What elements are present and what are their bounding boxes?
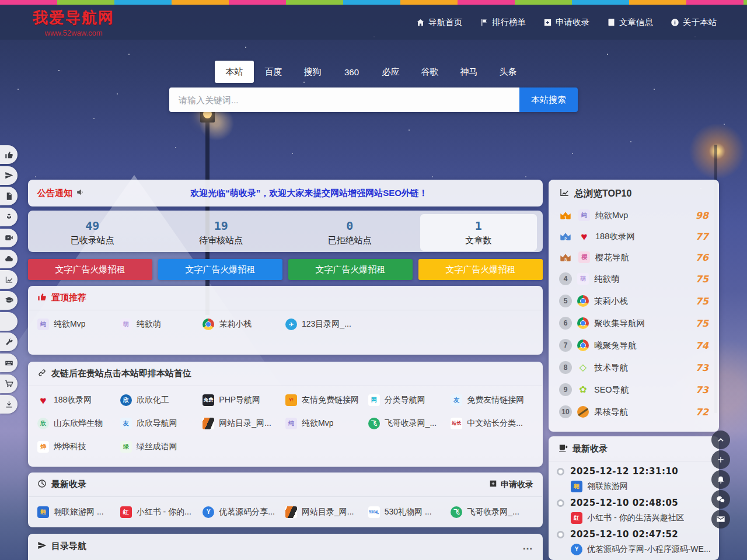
ad-banner-3[interactable]: 文字广告火爆招租 — [418, 259, 543, 280]
graduation-cap-icon — [5, 296, 13, 304]
site-link[interactable]: 茉莉小栈 — [203, 318, 285, 330]
float-button-plus-icon[interactable] — [711, 450, 730, 469]
search-tab-2[interactable]: 搜狗 — [293, 61, 332, 83]
dock-button-blank-icon[interactable] — [0, 312, 18, 331]
site-link[interactable]: 烨烨烨科技 — [37, 441, 120, 453]
timeline-bullet — [557, 531, 564, 538]
site-link[interactable]: 飞飞哥收录网_... — [368, 418, 451, 429]
ad-banner-1[interactable]: 文字广告火爆招租 — [158, 259, 282, 280]
site-link[interactable]: 友欣欣导航网 — [120, 418, 203, 429]
top10-row[interactable]: 8◇技术导航73 — [549, 356, 719, 379]
cloud-icon — [5, 254, 13, 263]
announcement-text[interactable]: 欢迎光临“萌收录”，欢迎大家来提交网站增强网站SEO外链！ — [85, 188, 533, 199]
directory-nav-panel: 目录导航 … — [28, 534, 543, 560]
top10-row[interactable]: 7曦聚兔导航74 — [549, 334, 719, 356]
site-link[interactable]: 友免费友情链接网 — [451, 394, 533, 406]
search-input[interactable] — [169, 88, 519, 112]
clock-icon — [37, 479, 47, 490]
site-link[interactable]: ♥188收录网 — [37, 394, 120, 406]
site-link[interactable]: 530礼530礼物网 ... — [368, 506, 451, 518]
site-link[interactable]: 纯纯欲Mvp — [285, 418, 368, 429]
chrome-favicon — [577, 295, 589, 307]
top10-site-name: 果核导航 — [594, 407, 690, 418]
site-link[interactable]: 网站目录_网... — [285, 506, 368, 518]
top10-row[interactable]: 3樱樱花导航76 — [549, 247, 719, 268]
link-icon — [37, 368, 47, 379]
dock-button-video-icon[interactable] — [0, 229, 18, 247]
site-link[interactable]: 红小红书 - 你的生活兴趣社区 — [571, 512, 711, 524]
site-name: 山东欣烨生物 — [54, 418, 103, 429]
site-link[interactable]: 免费PHP导航网 — [203, 394, 285, 406]
dock-button-graduation-cap-icon[interactable] — [0, 291, 18, 310]
ballslash-favicon — [577, 406, 589, 418]
site-logo[interactable]: 我爱导航网 www.52waw.com — [33, 8, 114, 37]
top10-header: 总浏览TOP10 — [549, 180, 719, 205]
rank-badge: 10 — [559, 405, 572, 418]
ad-banner-0[interactable]: 文字广告火爆招租 — [28, 259, 152, 280]
site-link[interactable]: 翱翱联旅游网 ... — [37, 506, 120, 518]
nav-item-4[interactable]: 关于本站 — [671, 17, 717, 28]
site-link[interactable]: 萌纯欲萌 — [120, 318, 203, 330]
book-icon — [607, 18, 616, 27]
circle-favicon: 欣 — [37, 418, 49, 429]
float-button-bell-icon[interactable] — [711, 470, 730, 489]
site-link[interactable]: 红小红书 - 你的... — [120, 506, 203, 518]
circle-favicon: Y — [203, 506, 214, 518]
top10-row[interactable]: 10果核导航72 — [549, 401, 719, 423]
announcement-panel: 公告通知 欢迎光临“萌收录”，欢迎大家来提交网站增强网站SEO外链！ — [28, 180, 543, 206]
more-icon[interactable]: … — [522, 540, 533, 552]
dock-button-cloud-icon[interactable] — [0, 250, 18, 268]
plus-square-icon — [489, 480, 497, 488]
apply-inclusion-link[interactable]: 申请收录 — [489, 480, 533, 490]
top10-row[interactable]: 1纯纯欲Mvp98 — [549, 205, 719, 226]
dock-button-cart-icon[interactable] — [0, 374, 18, 393]
site-link[interactable]: Y优茗源码分享... — [203, 506, 285, 518]
cart-icon — [5, 379, 13, 388]
site-link[interactable]: 飞飞哥收录网_... — [451, 506, 533, 518]
top10-list: 1纯纯欲Mvp982♥188收录网773樱樱花导航764萌纯欲萌755茉莉小栈7… — [549, 205, 719, 423]
mail-icon — [716, 514, 725, 524]
float-button-mail-icon[interactable] — [711, 510, 730, 528]
site-link[interactable]: 网分类导航网 — [368, 394, 451, 406]
rank-badge: 7 — [559, 339, 572, 352]
search-engine-tabs: 本站百度搜狗360必应谷歌神马头条 — [215, 61, 528, 83]
site-link[interactable]: 欣欣欣化工 — [120, 394, 203, 406]
site-name: 小红书 - 你的生活兴趣社区 — [587, 513, 684, 523]
site-link[interactable]: ✈123目录网_... — [285, 318, 368, 330]
dock-button-paper-plane-icon[interactable] — [0, 166, 18, 185]
ad-banner-row: 文字广告火爆招租文字广告火爆招租文字广告火爆招租文字广告火爆招租 — [28, 259, 543, 280]
search-tab-6[interactable]: 神马 — [449, 61, 488, 83]
top10-view-count: 73 — [696, 384, 708, 396]
top10-row[interactable]: 5茉莉小栈75 — [549, 290, 719, 312]
search-button[interactable]: 本站搜索 — [519, 88, 578, 112]
top10-row[interactable]: 4萌纯欲萌75 — [549, 268, 719, 290]
timeline-entry: 2025-12-10 02:47:52Y优茗源码分享网-小程序源码-WE... — [557, 529, 711, 555]
top10-view-count: 75 — [696, 274, 708, 285]
search-tab-0[interactable]: 本站 — [215, 61, 254, 83]
nav-item-2[interactable]: 申请收录 — [543, 17, 589, 28]
top10-row[interactable]: 2♥188收录网77 — [549, 226, 719, 247]
site-link[interactable]: 欣山东欣烨生物 — [37, 418, 120, 429]
search-tab-1[interactable]: 百度 — [254, 61, 293, 83]
site-link[interactable]: 绿绿丝成语网 — [120, 441, 203, 453]
site-link[interactable]: 网站目录_网... — [203, 418, 285, 429]
top10-row[interactable]: 6聚收集导航网75 — [549, 312, 719, 334]
video-icon — [5, 233, 13, 242]
site-link[interactable]: 站长中文站长分类... — [451, 418, 533, 429]
search-tab-3[interactable]: 360 — [332, 61, 371, 83]
site-link[interactable]: Y优茗源码分享网-小程序源码-WE... — [571, 544, 711, 555]
ad-banner-2[interactable]: 文字广告火爆招租 — [288, 259, 413, 280]
top10-row[interactable]: 9✿SEO导航73 — [549, 379, 719, 401]
search-tab-7[interactable]: 头条 — [488, 61, 528, 83]
nav-item-0[interactable]: 导航首页 — [416, 17, 462, 28]
top10-site-name: SEO导航 — [594, 384, 690, 396]
site-link[interactable]: 纯纯欲Mvp — [37, 318, 120, 330]
site-link[interactable]: 翱翱联旅游网 — [571, 481, 711, 492]
search-tab-5[interactable]: 谷歌 — [410, 61, 449, 83]
site-link[interactable]: Y!友情免费链接网 — [285, 394, 368, 406]
nav-item-3[interactable]: 文章信息 — [607, 17, 653, 28]
search-tab-4[interactable]: 必应 — [371, 61, 410, 83]
nav-item-1[interactable]: 排行榜单 — [480, 17, 526, 28]
float-button-chevron-up-icon[interactable] — [711, 430, 730, 449]
float-button-wechat-icon[interactable] — [711, 490, 730, 509]
